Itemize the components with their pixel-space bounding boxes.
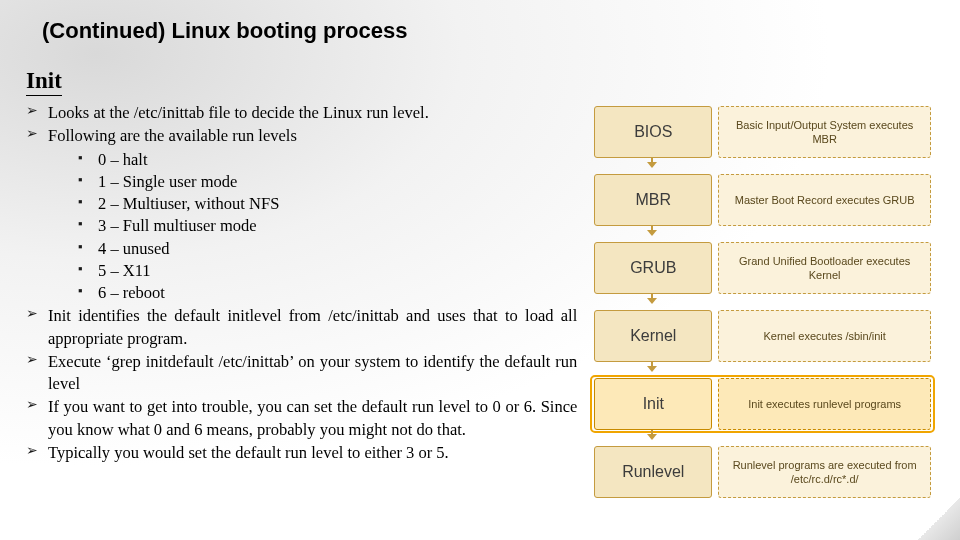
bullet-item: Typically you would set the default run … [26, 442, 577, 464]
connector [591, 434, 934, 442]
bullet-item: Init identifies the default initlevel fr… [26, 305, 577, 350]
stage-row-kernel: Kernel Kernel executes /sbin/init [591, 308, 934, 364]
stage-desc: Init executes runlevel programs [718, 378, 931, 430]
connector [591, 366, 934, 374]
bullet-text: Following are the available run levels [48, 126, 297, 145]
stage-row-bios: BIOS Basic Input/Output System executes … [591, 104, 934, 160]
arrow-down-icon [647, 434, 657, 440]
connector [591, 298, 934, 306]
arrow-down-icon [647, 230, 657, 236]
runlevel-item: 5 – X11 [78, 260, 577, 282]
runlevel-item: 6 – reboot [78, 282, 577, 304]
stage-desc: Master Boot Record executes GRUB [718, 174, 931, 226]
arrow-down-icon [647, 366, 657, 372]
stage-row-runlevel: Runlevel Runlevel programs are executed … [591, 444, 934, 500]
stage-box: Kernel [594, 310, 712, 362]
stage-desc: Grand Unified Bootloader executes Kernel [718, 242, 931, 294]
stage-box: Init [594, 378, 712, 430]
bullet-list: Looks at the /etc/inittab file to decide… [26, 102, 577, 464]
bullet-item: Following are the available run levels 0… [26, 125, 577, 304]
runlevel-item: 2 – Multiuser, without NFS [78, 193, 577, 215]
corner-fold-icon [918, 498, 960, 540]
connector [591, 230, 934, 238]
runlevel-item: 3 – Full multiuser mode [78, 215, 577, 237]
stage-row-init: Init Init executes runlevel programs [591, 376, 934, 432]
slide: (Continued) Linux booting process Init L… [0, 0, 960, 510]
left-column: Looks at the /etc/inittab file to decide… [26, 102, 577, 500]
page-title: (Continued) Linux booting process [42, 18, 934, 44]
stage-desc: Kernel executes /sbin/init [718, 310, 931, 362]
runlevel-item: 0 – halt [78, 149, 577, 171]
right-column: BIOS Basic Input/Output System executes … [591, 102, 934, 500]
section-heading-wrap: Init [26, 68, 934, 102]
stage-box: Runlevel [594, 446, 712, 498]
arrow-down-icon [647, 162, 657, 168]
runlevel-item: 1 – Single user mode [78, 171, 577, 193]
stage-row-grub: GRUB Grand Unified Bootloader executes K… [591, 240, 934, 296]
section-heading: Init [26, 68, 62, 96]
stage-desc: Runlevel programs are executed from /etc… [718, 446, 931, 498]
columns: Looks at the /etc/inittab file to decide… [26, 102, 934, 500]
stage-box: GRUB [594, 242, 712, 294]
bullet-item: Execute ‘grep initdefault /etc/inittab’ … [26, 351, 577, 396]
runlevel-item: 4 – unused [78, 238, 577, 260]
boot-diagram: BIOS Basic Input/Output System executes … [591, 104, 934, 500]
runlevel-list: 0 – halt 1 – Single user mode 2 – Multiu… [78, 149, 577, 305]
stage-box: BIOS [594, 106, 712, 158]
stage-row-mbr: MBR Master Boot Record executes GRUB [591, 172, 934, 228]
bullet-item: If you want to get into trouble, you can… [26, 396, 577, 441]
stage-desc: Basic Input/Output System executes MBR [718, 106, 931, 158]
connector [591, 162, 934, 170]
stage-box: MBR [594, 174, 712, 226]
bullet-item: Looks at the /etc/inittab file to decide… [26, 102, 577, 124]
arrow-down-icon [647, 298, 657, 304]
